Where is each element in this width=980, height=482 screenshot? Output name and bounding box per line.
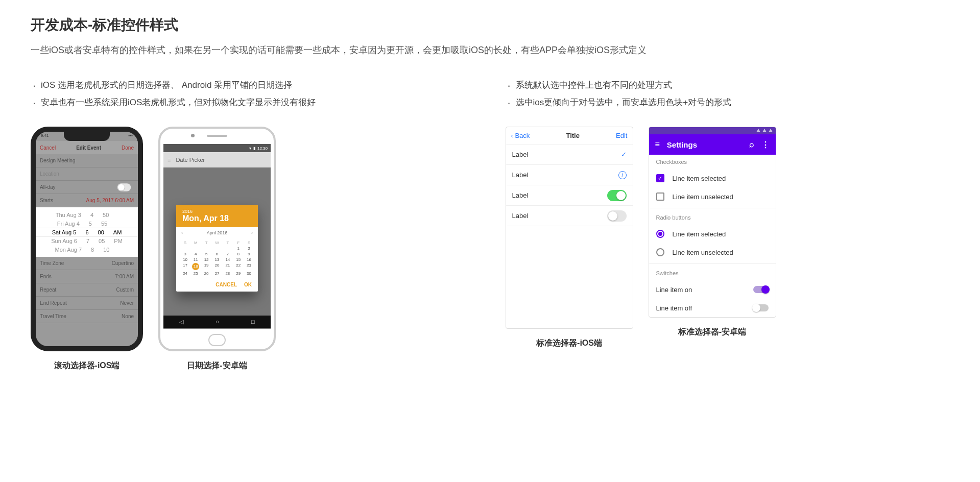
bullet-item: 系统默认选中控件上也有不同的处理方式 xyxy=(506,77,950,94)
event-title-row[interactable]: Design Meeting xyxy=(36,154,138,167)
switch-off[interactable] xyxy=(607,210,627,222)
radio-item[interactable]: Line item unselected xyxy=(649,243,776,261)
date-wheel-picker[interactable]: Thu Aug 3450 Fri Aug 4555 Sat Aug 5600AM… xyxy=(36,207,138,257)
section-header: Switches xyxy=(649,266,776,280)
hamburger-icon[interactable]: ≡ xyxy=(168,157,171,163)
left-bullets: iOS 选用老虎机形式的日期选择器、 Android 采用平铺的日期选择 安卓也… xyxy=(31,77,475,111)
next-month-icon[interactable]: › xyxy=(251,230,253,235)
checkmark-icon: ✓ xyxy=(621,151,627,158)
cancel-button[interactable]: CANCEL xyxy=(216,282,237,287)
left-column: iOS 选用老虎机形式的日期选择器、 Android 采用平铺的日期选择 安卓也… xyxy=(31,77,475,371)
cancel-button[interactable]: Cancel xyxy=(40,145,56,151)
checkbox-checked-icon[interactable]: ✓ xyxy=(656,174,664,182)
switch-on[interactable] xyxy=(607,190,627,201)
android-navbar: ◁ ○ □ xyxy=(163,316,271,328)
calendar-dialog: 2016 Mon, Apr 18 ‹April 2016› SMTWTFS123… xyxy=(176,205,258,292)
switch-item[interactable]: Line item off xyxy=(649,299,776,317)
appbar-title: Settings xyxy=(667,140,697,149)
checkbox-item[interactable]: ✓Line item selected xyxy=(649,169,776,187)
calendar-headline: Mon, Apr 18 xyxy=(182,214,252,223)
list-row[interactable]: RepeatCustom xyxy=(36,283,138,297)
allday-row[interactable]: All-day xyxy=(36,181,138,194)
list-item[interactable]: Labeli xyxy=(506,165,633,185)
switch-item[interactable]: Line item on xyxy=(649,280,776,299)
list-item[interactable]: Label xyxy=(506,206,633,226)
iphone-notch xyxy=(64,132,110,141)
caption: 滚动选择器-iOS端 xyxy=(54,360,120,371)
back-button[interactable]: ‹ Back xyxy=(511,132,530,139)
panel-title: Title xyxy=(566,132,580,139)
edit-button[interactable]: Edit xyxy=(616,132,627,139)
checkbox-unchecked-icon[interactable] xyxy=(656,192,664,201)
checkbox-item[interactable]: Line item unselected xyxy=(649,187,776,206)
location-row[interactable]: Location xyxy=(36,167,138,181)
hamburger-icon[interactable]: ≡ xyxy=(655,140,660,149)
calendar-grid[interactable]: SMTWTFS123456789101112131415161718192021… xyxy=(176,238,258,278)
page-title: 开发成本-标准控件样式 xyxy=(31,15,949,35)
ios-navbar: Cancel Edit Event Done xyxy=(36,141,138,154)
android-mockup: ▾▮12:30 ≡Date Picker 2016 Mon, Apr 18 ‹A… xyxy=(158,127,276,351)
recents-icon[interactable]: □ xyxy=(251,319,255,325)
right-column: 系统默认选中控件上也有不同的处理方式 选中ios更倾向于对号选中，而安卓选用色块… xyxy=(506,77,950,371)
search-icon[interactable]: ⌕ xyxy=(749,140,754,149)
status-icons: ▪▪▪ xyxy=(128,133,133,139)
starts-row[interactable]: StartsAug 5, 2017 6:00 AM xyxy=(36,194,138,207)
radio-checked-icon[interactable] xyxy=(656,230,664,238)
bullet-item: 安卓也有一些系统采用iOS老虎机形式，但对拟物化文字显示并没有很好 xyxy=(31,94,475,111)
list-row[interactable]: Ends7:00 AM xyxy=(36,270,138,283)
list-item[interactable]: Label xyxy=(506,185,633,206)
iphone-mockup: 9:41 ▪▪▪ Cancel Edit Event Done Design M… xyxy=(31,127,143,351)
list-row[interactable]: Travel TimeNone xyxy=(36,310,138,323)
right-bullets: 系统默认选中控件上也有不同的处理方式 选中ios更倾向于对号选中，而安卓选用色块… xyxy=(506,77,950,111)
ios-panel-navbar: ‹ Back Title Edit xyxy=(506,127,633,144)
allday-switch[interactable] xyxy=(117,183,131,191)
caption: 日期选择-安卓端 xyxy=(187,360,247,371)
info-icon[interactable]: i xyxy=(618,171,627,179)
bullet-item: 选中ios更倾向于对号选中，而安卓选用色块+对号的形式 xyxy=(506,94,950,111)
list-row[interactable]: Time ZoneCupertino xyxy=(36,257,138,270)
list-row[interactable]: End RepeatNever xyxy=(36,297,138,310)
section-header: Checkboxes xyxy=(649,155,776,169)
calendar-year[interactable]: 2016 xyxy=(182,209,252,214)
material-panel: ≡ Settings ⌕ ⋮ Checkboxes ✓Line item sel… xyxy=(649,127,776,318)
prev-month-icon[interactable]: ‹ xyxy=(181,230,183,235)
status-time: 9:41 xyxy=(41,133,49,139)
camera-dot xyxy=(191,134,195,137)
list-item[interactable]: Label✓ xyxy=(506,144,633,165)
radio-unchecked-icon[interactable] xyxy=(656,248,664,256)
caption: 标准选择器-安卓端 xyxy=(678,327,746,338)
nav-title: Edit Event xyxy=(76,145,101,151)
ios-list-panel: ‹ Back Title Edit Label✓ Labeli Label La… xyxy=(506,127,633,329)
android-appbar: ≡Date Picker xyxy=(163,152,271,167)
radio-item[interactable]: Line item selected xyxy=(649,225,776,243)
material-switch-off[interactable] xyxy=(753,304,769,311)
more-icon[interactable]: ⋮ xyxy=(761,140,770,150)
bullet-item: iOS 选用老虎机形式的日期选择器、 Android 采用平铺的日期选择 xyxy=(31,77,475,94)
calendar-month: April 2016 xyxy=(207,230,228,235)
page-subtitle: 一些iOS或者安卓特有的控件样式，如果在另一个实现的话可能需要一些成本，安卓因为… xyxy=(31,44,949,56)
material-appbar: ≡ Settings ⌕ ⋮ xyxy=(649,134,776,155)
caption: 标准选择器-iOS端 xyxy=(536,338,602,349)
done-button[interactable]: Done xyxy=(122,145,134,151)
home-icon[interactable]: ○ xyxy=(216,319,219,325)
material-switch-on[interactable] xyxy=(753,286,769,293)
android-status-bar: ▾▮12:30 xyxy=(163,144,271,152)
back-icon[interactable]: ◁ xyxy=(179,319,183,325)
section-header: Radio buttons xyxy=(649,210,776,225)
material-statusbar xyxy=(649,127,776,134)
home-button[interactable] xyxy=(208,334,226,346)
speaker xyxy=(207,135,227,137)
ok-button[interactable]: OK xyxy=(244,282,252,287)
